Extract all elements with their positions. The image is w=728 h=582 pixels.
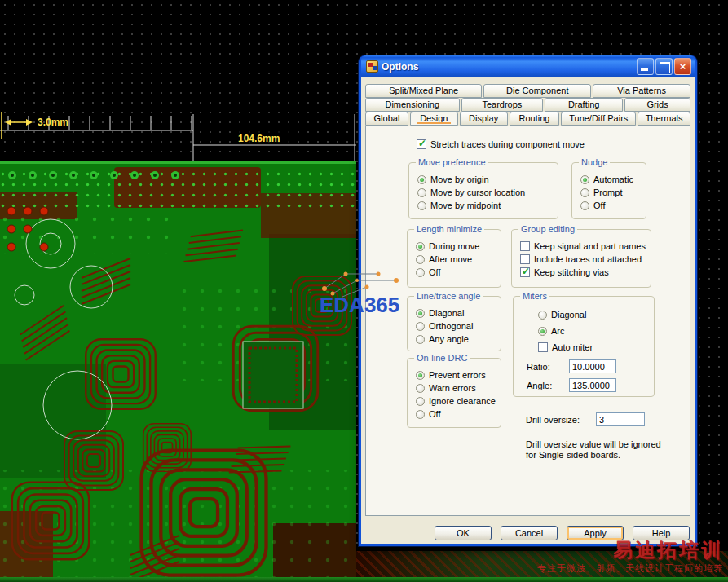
tab-thermals[interactable]: Thermals: [638, 112, 690, 126]
chinese-watermark: 易迪拓培训 专注于微波、射频、天线设计工程师的培养: [513, 540, 723, 575]
pcb-bottom-edge: [0, 577, 728, 582]
radio-label: Prevent errors: [429, 370, 486, 380]
radio-move-by-cursor-location[interactable]: Move by cursor location: [417, 186, 556, 199]
checkbox-auto-miter[interactable]: Auto miter: [538, 341, 593, 354]
radio-icon: [416, 322, 425, 331]
checkbox-label: Keep stitching vias: [534, 267, 609, 277]
radio-icon: [417, 175, 426, 184]
ok-button[interactable]: OK: [435, 526, 492, 540]
cancel-button[interactable]: Cancel: [501, 526, 558, 540]
radio-move-by-midpoint[interactable]: Move by midpoint: [417, 199, 556, 212]
angle-input[interactable]: [569, 378, 616, 392]
checkbox-include-traces-not-attached[interactable]: Include traces not attached: [520, 253, 649, 266]
group-nudge: Nudge Automatic Prompt Off: [571, 162, 646, 219]
tab-via-patterns[interactable]: Via Patterns: [593, 84, 690, 98]
eda365-logo-text: EDA365: [320, 293, 399, 317]
drill-oversize-note: Drill oversize value will be ignored for…: [526, 439, 671, 461]
radio-miter-arc[interactable]: Arc: [538, 324, 565, 337]
tab-die-component[interactable]: Die Component: [483, 84, 591, 98]
radio-nudge-prompt[interactable]: Prompt: [580, 186, 644, 199]
radio-label: Any angle: [429, 334, 469, 344]
radio-ignore-clearance[interactable]: Ignore clearance: [416, 395, 499, 408]
pads-logo-icon: [366, 60, 378, 73]
dimension-overlay: 3.0mm 104.6mm: [0, 106, 356, 161]
radio-icon: [538, 311, 547, 320]
tab-dimensioning[interactable]: Dimensioning: [365, 98, 460, 112]
checkbox-icon: [520, 267, 530, 277]
close-icon[interactable]: ×: [674, 58, 691, 75]
dialog-title: Options: [382, 61, 637, 73]
radio-nudge-off[interactable]: Off: [580, 199, 644, 212]
radio-icon: [416, 384, 425, 393]
group-title: Miters: [520, 291, 549, 302]
maximize-icon[interactable]: [655, 58, 673, 75]
minimize-icon[interactable]: [637, 58, 654, 75]
tab-display[interactable]: Display: [460, 112, 508, 126]
group-move-preference: Move preference Move by origin Move by c…: [408, 162, 558, 219]
radio-label: Ignore clearance: [429, 396, 496, 406]
tab-grids[interactable]: Grids: [624, 98, 690, 112]
group-title: Nudge: [579, 157, 610, 168]
radio-label: Prompt: [593, 187, 622, 197]
radio-icon: [416, 242, 425, 251]
radio-label: Off: [429, 267, 440, 277]
drill-oversize-label: Drill oversize:: [526, 415, 580, 425]
checkbox-keep-stitching-vias[interactable]: Keep stitching vias: [520, 266, 649, 279]
angle-label: Angle:: [527, 381, 552, 390]
radio-label: Diagonal: [429, 308, 464, 318]
radio-icon: [580, 188, 589, 197]
radio-icon: [538, 327, 547, 336]
radio-prevent-errors[interactable]: Prevent errors: [416, 368, 499, 381]
checkbox-label: Include traces not attached: [534, 254, 642, 264]
radio-icon: [417, 201, 426, 210]
radio-label: Move by midpoint: [430, 201, 501, 210]
radio-icon: [416, 371, 425, 380]
radio-after-move[interactable]: After move: [416, 253, 499, 266]
radio-drc-off[interactable]: Off: [416, 408, 499, 421]
checkbox-icon: [538, 342, 548, 352]
radio-nudge-automatic[interactable]: Automatic: [580, 173, 644, 186]
radio-move-by-origin[interactable]: Move by origin: [417, 173, 556, 186]
dialog-titlebar[interactable]: Options ×: [361, 55, 695, 77]
radio-label: Off: [593, 201, 605, 210]
radio-miter-diagonal[interactable]: Diagonal: [538, 308, 586, 321]
group-online-drc: On-line DRC Prevent errors Warn errors I…: [407, 358, 501, 428]
watermark-line2: 专注于微波、射频、天线设计工程师的培养: [513, 562, 723, 575]
radio-orthogonal[interactable]: Orthogonal: [416, 320, 499, 333]
radio-during-move[interactable]: During move: [416, 240, 499, 253]
tab-split-mixed-plane[interactable]: Split/Mixed Plane: [365, 84, 482, 98]
pads-layout-screen: { "watermarks": { "eda_logo": "EDA365", …: [0, 0, 728, 582]
tab-routing[interactable]: Routing: [510, 112, 560, 126]
tab-tune-diff-pairs[interactable]: Tune/Diff Pairs: [561, 112, 636, 126]
pcb-canvas[interactable]: [0, 161, 356, 582]
tab-teardrops[interactable]: Teardrops: [461, 98, 544, 112]
radio-icon: [416, 335, 425, 344]
tab-global[interactable]: Global: [365, 112, 408, 126]
tab-row-1: Split/Mixed Plane Die Component Via Patt…: [365, 84, 690, 98]
ratio-label: Ratio:: [527, 362, 550, 372]
checkbox-keep-signal-part-names[interactable]: Keep signal and part names: [520, 240, 649, 253]
radio-label: Move by cursor location: [430, 187, 525, 197]
tab-drafting[interactable]: Drafting: [545, 98, 623, 112]
radio-label: Orthogonal: [429, 321, 473, 331]
stretch-traces-checkbox[interactable]: Stretch traces during component move: [417, 138, 585, 151]
radio-warn-errors[interactable]: Warn errors: [416, 381, 499, 395]
radio-label: Automatic: [593, 174, 633, 184]
radio-label: After move: [429, 254, 472, 264]
radio-label: Warn errors: [429, 383, 476, 393]
tab-design[interactable]: Design: [410, 112, 458, 126]
radio-icon: [580, 175, 589, 184]
radio-diagonal[interactable]: Diagonal: [416, 306, 499, 320]
radio-length-off[interactable]: Off: [416, 266, 499, 279]
eda365-watermark: EDA365: [318, 261, 417, 321]
dimension-label-large: 104.6mm: [238, 133, 280, 144]
radio-label: Arc: [551, 326, 565, 336]
ratio-input[interactable]: [569, 359, 616, 373]
group-group-editing: Group editing Keep signal and part names…: [511, 229, 651, 288]
checkbox-label: Stretch traces during component move: [430, 139, 585, 149]
checkbox-label: Keep signal and part names: [534, 241, 646, 251]
group-title: Move preference: [416, 157, 488, 168]
drill-oversize-input[interactable]: [596, 412, 645, 426]
radio-label: During move: [429, 241, 479, 251]
radio-any-angle[interactable]: Any angle: [416, 333, 499, 346]
